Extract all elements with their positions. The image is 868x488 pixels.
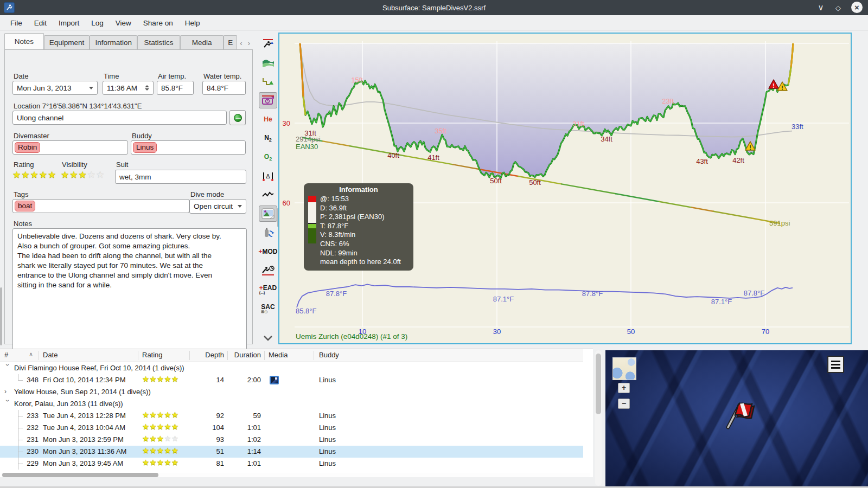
column-header-date[interactable]: Date — [43, 351, 58, 359]
toggle-phe-icon[interactable]: He — [259, 111, 277, 127]
toggle-photos-icon[interactable] — [259, 206, 277, 222]
dive-date: Tue Jun 4, 2013 12:28 PM — [43, 412, 126, 420]
water-temp-label: Water temp. — [203, 72, 241, 80]
dive-flag-marker[interactable] — [720, 394, 756, 432]
tab-equipment[interactable]: Equipment — [44, 35, 90, 50]
dive-row[interactable]: 231Mon Jun 3, 2013 2:59 PM★★★★★931:02Lin… — [0, 434, 583, 446]
toggle-tank-bar-icon[interactable] — [259, 224, 277, 241]
visibility-label: Visibility — [62, 160, 87, 169]
toggle-mod-icon[interactable]: +MOD — [259, 243, 277, 260]
column-header-num[interactable]: # — [4, 351, 8, 359]
map-overview-thumbnail[interactable] — [612, 357, 636, 380]
panel-scrollbar[interactable] — [0, 287, 2, 345]
information-row: @: 15:53 — [320, 195, 401, 204]
map-menu-button[interactable] — [827, 356, 844, 373]
column-header-rating[interactable]: Rating — [142, 351, 163, 359]
date-combobox[interactable]: Mon Jun 3, 2013 — [12, 81, 98, 95]
map-location-button[interactable] — [229, 110, 246, 125]
notes-textarea[interactable]: Unbelievable dive. Dozens and dozens of … — [12, 228, 247, 351]
menu-item-share-on[interactable]: Share on — [137, 17, 179, 29]
dive-row[interactable]: 229Mon Jun 3, 2013 9:45 AM★★★★★811:01Lin… — [0, 458, 583, 470]
dive-profile-chart[interactable]: 30601030507015ft35ft31ft23ft31ft40ft41ft… — [278, 33, 852, 344]
dive-list-header[interactable]: #DateRatingDepthDurationMediaBuddy∧ — [0, 349, 583, 362]
tab-media[interactable]: Media — [180, 35, 224, 50]
toggle-dc-reported-ceiling-icon[interactable] — [259, 92, 277, 108]
toggle-ndl-icon[interactable] — [259, 262, 277, 279]
dive-trip-row[interactable]: ›Koror, Palau, Jun 2013 (11 dive(s)) — [0, 398, 583, 410]
buddy-input[interactable]: Linus — [131, 140, 246, 155]
toggle-ceiling-3m-icon[interactable] — [259, 74, 277, 90]
tab-e[interactable]: E — [224, 35, 237, 50]
water-temp-field[interactable]: 84.8°F — [202, 81, 246, 95]
air-temp-field[interactable]: 85.8°F — [157, 81, 194, 95]
svg-text:!: ! — [749, 145, 751, 151]
dive-trip-row[interactable]: ›Yellow House, Sun Sep 21, 2014 (1 dive(… — [0, 386, 583, 398]
buddy-chip[interactable]: Linus — [133, 142, 157, 153]
scrollbar-thumb[interactable] — [2, 473, 158, 477]
dive-list-vertical-scrollbar[interactable] — [595, 350, 602, 486]
dive-rating-stars: ★★★★★ — [142, 410, 179, 419]
collapse-arrow-icon[interactable]: › — [4, 364, 11, 370]
suit-input[interactable]: wet, 3mm — [115, 170, 246, 184]
dive-site-map[interactable]: + − — [605, 350, 868, 486]
tree-line — [18, 416, 23, 416]
minimize-button[interactable]: ∨ — [815, 2, 827, 14]
map-zoom-out-button[interactable]: − — [618, 399, 630, 409]
menu-item-log[interactable]: Log — [85, 17, 110, 29]
close-button[interactable]: × — [851, 2, 863, 13]
column-header-buddy[interactable]: Buddy — [319, 351, 339, 359]
svg-text:87.8°F: 87.8°F — [744, 289, 765, 297]
toggle-heart-rate-icon[interactable] — [259, 187, 277, 203]
toggle-ead-icon[interactable]: +EAD(...) — [259, 281, 277, 297]
tab-statistics[interactable]: Statistics — [137, 35, 180, 50]
dive-mode-select[interactable]: Open circuit — [189, 199, 246, 214]
tab-scroll-left-icon[interactable]: ‹ — [237, 37, 245, 49]
column-header-duration[interactable]: Duration — [227, 351, 261, 359]
trip-label: Yellow House, Sun Sep 21, 2014 (1 dive(s… — [14, 388, 151, 396]
map-zoom-in-button[interactable]: + — [618, 383, 630, 393]
spinner-arrows-icon[interactable] — [145, 85, 149, 91]
menu-item-view[interactable]: View — [110, 17, 137, 29]
menu-item-file[interactable]: File — [4, 17, 28, 29]
toggle-dc-ceiling-icon[interactable] — [259, 36, 277, 52]
visibility-stars[interactable]: ★★★★★ — [61, 169, 105, 181]
dive-list-horizontal-scrollbar[interactable] — [1, 473, 590, 477]
dive-buddy: Linus — [319, 423, 336, 432]
menu-item-help[interactable]: Help — [179, 17, 206, 29]
collapse-toolbar-icon[interactable] — [259, 330, 277, 346]
tab-notes[interactable]: Notes — [4, 33, 44, 50]
column-separator — [227, 351, 228, 360]
date-label: Date — [14, 72, 28, 80]
divemaster-input[interactable]: Robin — [12, 140, 128, 155]
dive-number: 229 — [24, 459, 39, 467]
scrollbar-thumb[interactable] — [596, 354, 601, 414]
tab-scroll-right-icon[interactable]: › — [245, 37, 253, 49]
toggle-sac-icon[interactable]: SAC⊞◷ — [259, 300, 277, 316]
svg-text:41ft: 41ft — [427, 153, 439, 162]
dive-row[interactable]: 230Mon Jun 3, 2013 11:36 AM★★★★★511:14Li… — [0, 446, 583, 458]
collapse-arrow-icon[interactable]: › — [4, 400, 11, 406]
rating-stars[interactable]: ★★★★★ — [12, 169, 56, 181]
toggle-calculated-ceiling-icon[interactable] — [259, 55, 277, 71]
location-input[interactable]: Ulong channel — [12, 111, 227, 125]
dive-row[interactable]: 348Fri Oct 10, 2014 12:34 PM★★★★★142:00L… — [0, 374, 583, 386]
divemaster-chip[interactable]: Robin — [15, 142, 40, 153]
expand-arrow-icon[interactable]: › — [4, 388, 11, 395]
dive-row[interactable]: 233Tue Jun 4, 2013 12:28 PM★★★★★9259Linu… — [0, 410, 583, 422]
column-header-media[interactable]: Media — [269, 351, 288, 359]
menu-item-edit[interactable]: Edit — [28, 17, 53, 29]
toggle-po2-icon[interactable]: O2 — [259, 149, 277, 165]
media-icon[interactable] — [270, 376, 279, 384]
tags-input[interactable]: boat — [12, 199, 189, 213]
tab-information[interactable]: Information — [90, 35, 137, 50]
tag-chip[interactable]: boat — [15, 201, 35, 211]
toggle-pn2-icon[interactable]: N2 — [259, 130, 277, 146]
column-header-depth[interactable]: Depth — [189, 351, 224, 359]
title-bar[interactable]: Subsurface: SampleDivesV2.ssrf ∨ ◇ × — [0, 0, 868, 15]
dive-trip-row[interactable]: ›Divi Flamingo House Reef, Fri Oct 10, 2… — [0, 362, 583, 374]
maximize-button[interactable]: ◇ — [832, 2, 844, 14]
time-spinbox[interactable]: 11:36 AM — [103, 81, 154, 95]
menu-item-import[interactable]: Import — [53, 17, 85, 29]
dive-row[interactable]: 232Tue Jun 4, 2013 10:04 AM★★★★★1041:01L… — [0, 422, 583, 434]
toggle-ruler-icon[interactable]: Δ — [259, 168, 277, 184]
